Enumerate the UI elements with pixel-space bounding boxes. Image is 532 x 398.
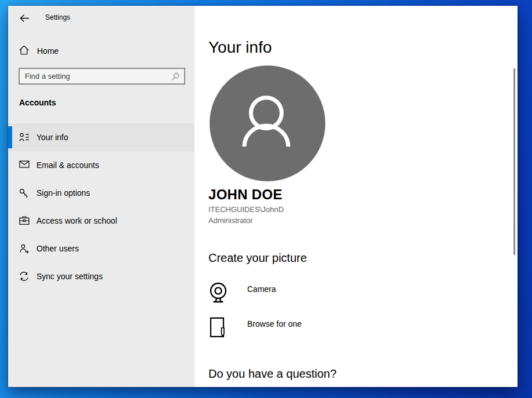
sidebar-item-label: Email & accounts: [36, 151, 99, 179]
add-person-icon: [19, 244, 29, 254]
briefcase-icon: [19, 216, 29, 226]
selected-indicator: [8, 126, 12, 148]
contact-card-icon: [19, 133, 29, 143]
sidebar-item-label: Access work or school: [36, 207, 117, 235]
settings-window: Settings Home Accounts: [8, 6, 518, 387]
key-icon: [19, 188, 29, 198]
sidebar-item-your-info[interactable]: Your info: [8, 123, 195, 151]
sidebar-home-label: Home: [37, 46, 58, 56]
back-button[interactable]: [14, 9, 35, 27]
email-icon: [19, 160, 29, 170]
camera-option-label: Camera: [247, 284, 276, 294]
sidebar: Settings Home Accounts: [8, 6, 195, 387]
sidebar-item-sync-settings[interactable]: Sync your settings: [8, 262, 195, 290]
sidebar-section-accounts: Accounts: [19, 98, 56, 107]
home-icon: [19, 45, 29, 55]
user-name: JOHN DOE: [208, 187, 282, 203]
search-icon: [171, 72, 180, 81]
search-box: [19, 68, 185, 85]
main-content: Your info JOHN DOE ITECHGUIDES\JohnD Adm…: [195, 6, 518, 387]
person-icon: [210, 65, 325, 181]
sidebar-item-label: Sync your settings: [36, 262, 102, 290]
window-title: Settings: [45, 13, 70, 21]
user-avatar: [210, 65, 325, 181]
camera-option[interactable]: Camera: [208, 282, 382, 306]
browse-file-icon: [210, 317, 227, 339]
vertical-scrollbar-thumb[interactable]: [513, 68, 515, 255]
sidebar-nav: Your info Email & accounts: [8, 123, 195, 290]
sidebar-item-label: Your info: [36, 123, 68, 151]
back-arrow-icon: [20, 14, 30, 23]
sidebar-item-other-users[interactable]: Other users: [8, 235, 195, 262]
sidebar-item-sign-in-options[interactable]: Sign-in options: [8, 179, 195, 207]
page-title: Your info: [208, 38, 272, 57]
user-role: Administrator: [208, 216, 253, 225]
create-picture-heading: Create your picture: [208, 251, 307, 265]
browse-option-label: Browse for one: [247, 319, 302, 328]
sidebar-item-access-work-school[interactable]: Access work or school: [8, 207, 195, 235]
sync-icon: [19, 272, 29, 282]
sidebar-item-label: Other users: [36, 235, 79, 262]
sidebar-item-email-accounts[interactable]: Email & accounts: [8, 151, 195, 179]
user-domain-account: ITECHGUIDES\JohnD: [208, 205, 284, 214]
sidebar-item-label: Sign-in options: [36, 179, 90, 207]
browse-for-one-option[interactable]: Browse for one: [208, 317, 382, 341]
search-input[interactable]: [20, 69, 184, 83]
sidebar-item-home[interactable]: Home: [8, 42, 195, 60]
camera-icon: [210, 282, 228, 305]
question-heading: Do you have a question?: [208, 367, 336, 381]
